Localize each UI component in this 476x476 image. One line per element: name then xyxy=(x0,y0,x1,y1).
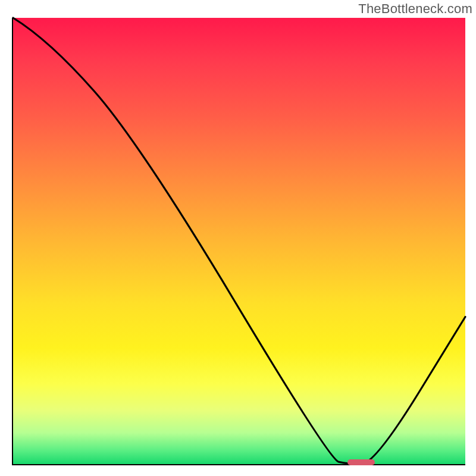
plot-area xyxy=(12,18,465,465)
watermark-text: TheBottleneck.com xyxy=(358,1,472,17)
bottleneck-chart: TheBottleneck.com xyxy=(0,0,476,476)
optimal-marker xyxy=(347,459,375,465)
bottleneck-curve-path xyxy=(13,18,465,464)
curve-svg xyxy=(13,18,465,464)
